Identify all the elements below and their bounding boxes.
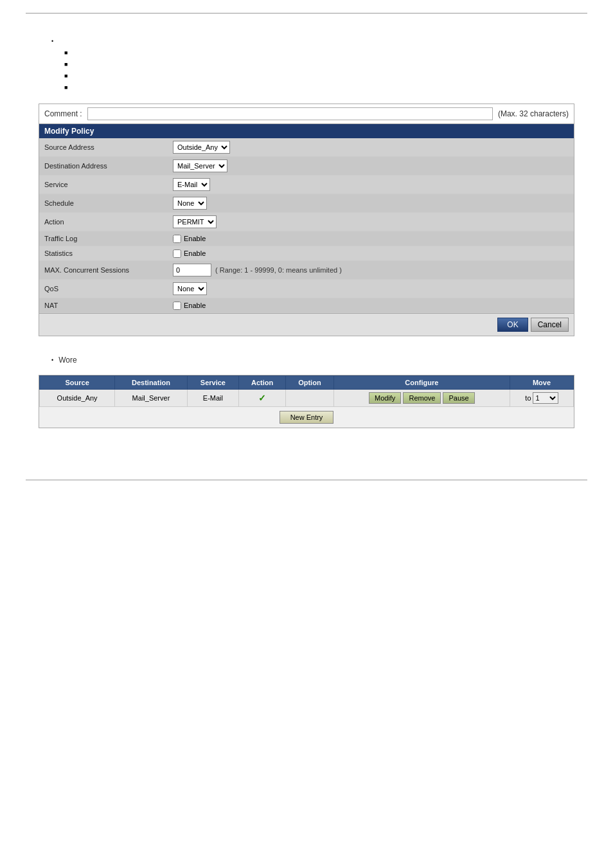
row-option [286,390,334,407]
bullet-item-4: ■ [64,83,574,91]
modify-button[interactable]: Modify [369,392,401,404]
nat-checkbox-group: Enable [173,302,206,310]
destination-address-control: Mail_Server [168,157,574,175]
remove-button[interactable]: Remove [403,392,441,404]
new-entry-row: New Entry [39,407,574,428]
square-icon-1: ■ [64,50,67,56]
policy-table: Source Destination Service Action Option… [39,375,574,407]
nat-control: Enable [168,299,574,312]
statistics-control: Enable [168,247,574,260]
pause-button[interactable]: Pause [443,392,474,404]
comment-label: Comment : [44,109,82,118]
traffic-log-label: Traffic Log [39,231,168,246]
destination-address-label: Destination Address [39,159,168,173]
wore-text: Wore [58,356,76,365]
destination-address-row: Destination Address Mail_Server [39,157,574,176]
service-select[interactable]: E-Mail [173,178,210,191]
nat-enable-label: Enable [184,302,206,309]
schedule-label: Schedule [39,196,168,210]
move-to-label: to [525,394,531,402]
col-option: Option [286,376,334,390]
col-destination: Destination [115,376,187,390]
col-source: Source [40,376,115,390]
cancel-button[interactable]: Cancel [531,318,569,332]
comment-row: Comment : (Max. 32 characters) [39,104,574,124]
bullet-item-3: ■ [64,71,574,79]
comment-input[interactable] [87,107,493,120]
new-entry-button[interactable]: New Entry [280,411,334,424]
traffic-log-checkbox-group: Enable [173,235,206,243]
schedule-select[interactable]: None [173,197,207,210]
nat-row: NAT Enable [39,298,574,313]
modify-policy-form: Comment : (Max. 32 characters) Modify Po… [39,104,574,336]
source-address-label: Source Address [39,140,168,154]
max-sessions-hint: ( Range: 1 - 99999, 0: means unlimited ) [215,266,342,274]
destination-address-select[interactable]: Mail_Server [173,159,227,172]
comment-hint: (Max. 32 characters) [498,109,569,118]
max-sessions-label: MAX. Concurrent Sessions [39,263,168,277]
action-select[interactable]: PERMIT [173,215,217,228]
service-control: E-Mail [168,176,574,194]
square-icon-2: ■ [64,61,67,68]
traffic-log-control: Enable [168,232,574,246]
action-label: Action [39,215,168,229]
move-cell: to 1 [514,392,569,404]
square-icon-4: ■ [64,84,67,91]
row-source: Outside_Any [40,390,115,407]
source-address-select[interactable]: Outside_Any [173,141,230,154]
nat-label: NAT [39,298,168,312]
statistics-checkbox-group: Enable [173,249,206,258]
statistics-checkbox[interactable] [173,249,181,258]
row-action: ✓ [239,390,286,407]
second-bullet-section: • Wore [51,356,574,365]
qos-label: QoS [39,282,168,296]
level1-bullet: • [51,37,574,44]
table-header-row: Source Destination Service Action Option… [40,376,574,390]
max-sessions-input[interactable] [173,264,211,276]
qos-select[interactable]: None [173,282,207,295]
source-address-row: Source Address Outside_Any [39,138,574,157]
bullet-item-1: ■ [64,48,574,56]
schedule-row: Schedule None [39,194,574,213]
row-configure: Modify Remove Pause [333,390,510,407]
col-action: Action [239,376,286,390]
statistics-enable-label: Enable [184,249,206,257]
nat-checkbox[interactable] [173,302,181,310]
col-configure: Configure [333,376,510,390]
ok-button[interactable]: OK [497,318,528,332]
move-select[interactable]: 1 [533,392,558,404]
action-checkmark: ✓ [258,393,266,403]
content-area: • ■ ■ ■ ■ Comment : (M [0,14,613,454]
traffic-log-checkbox[interactable] [173,235,181,243]
max-sessions-row: MAX. Concurrent Sessions ( Range: 1 - 99… [39,261,574,280]
table-row: Outside_Any Mail_Server E-Mail ✓ Modify … [40,390,574,407]
traffic-log-enable-label: Enable [184,235,206,242]
service-row: Service E-Mail [39,176,574,194]
traffic-log-row: Traffic Log Enable [39,231,574,246]
source-address-control: Outside_Any [168,138,574,156]
row-service: E-Mail [187,390,238,407]
bottom-rule [26,480,587,480]
square-icon-3: ■ [64,73,67,79]
col-service: Service [187,376,238,390]
level1-dot: • [51,38,53,44]
form-button-row: OK Cancel [39,313,574,336]
max-sessions-control: ( Range: 1 - 99999, 0: means unlimited ) [168,261,574,279]
bullet-item-2: ■ [64,60,574,68]
second-level1-bullet: • Wore [51,356,574,365]
modify-policy-header: Modify Policy [39,124,574,138]
policy-table-container: Source Destination Service Action Option… [39,375,574,428]
service-label: Service [39,177,168,192]
qos-control: None [168,280,574,298]
statistics-label: Statistics [39,246,168,260]
row-move: to 1 [510,390,573,407]
qos-row: QoS None [39,280,574,298]
col-move: Move [510,376,573,390]
action-control: PERMIT [168,213,574,231]
top-bullet-section: • ■ ■ ■ ■ [51,37,574,91]
action-row: Action PERMIT [39,213,574,231]
schedule-control: None [168,194,574,212]
row-destination: Mail_Server [115,390,187,407]
second-level1-dot: • [51,357,53,363]
statistics-row: Statistics Enable [39,246,574,261]
